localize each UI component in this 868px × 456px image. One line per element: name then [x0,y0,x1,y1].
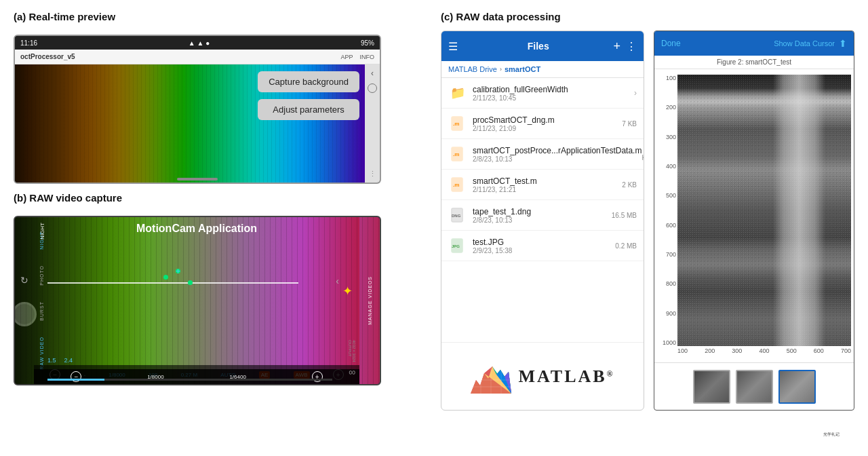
night-label: NIGHT [39,223,45,240]
file-info-tape-test: tape_test_1.dng 2/8/23, 10:13 [473,207,612,224]
thumb-1[interactable] [693,370,730,404]
x-label-400: 400 [759,347,769,360]
file-name-smartoct-test: smartOCT_test.m [473,176,622,186]
file-size-smartoct-test: 2 KB [622,181,637,189]
file-item-test-jpg[interactable]: JPG test.JPG 2/9/23, 15:38 0.2 MB [441,231,644,261]
file-date-smartoct-test: 2/11/23, 21:21 [473,186,622,193]
file-info-postproc: smartOCT_postProce...rApplicationTestDat… [473,146,642,163]
panel-d-plot: Done Show Data Cursor ⬆ Figure 2: smartO… [654,31,854,445]
more-options-icon[interactable]: ⋮ [626,40,637,53]
thumb-img-3 [780,371,814,402]
watermark-text: 光学礼记 [823,432,840,438]
matlab-file-icon: .m [450,116,465,131]
file-size-test-jpg: 0.2 MB [615,242,637,250]
code-icon-1: .m [448,114,467,133]
section-a-title: (a) Real-time preview [14,11,427,26]
breadcrumb-root[interactable]: MATLAB Drive [448,65,497,73]
matlab-file-icon-3: .m [450,177,465,192]
status-icons: ▲ ▲ ● [189,39,210,47]
file-item-procsmartoct[interactable]: .m procSmartOCT_dng.m 2/11/23, 21:09 7 K… [441,109,644,139]
plot-panel: Done Show Data Cursor ⬆ Figure 2: smartO… [654,31,854,411]
svg-text:.m: .m [453,121,459,127]
files-panel: ☰ Files + ⋮ MATLAB Drive › smartOCT [441,31,644,411]
export-icon[interactable]: ⬆ [839,38,847,49]
sidebar-circle[interactable] [368,83,377,93]
matlab-peaks-icon [471,360,511,394]
mc-arrow-icon[interactable]: ‹ [336,276,339,286]
file-info-test-jpg: test.JPG 2/9/23, 15:38 [473,238,615,254]
file-size-postproc: 4 KB [642,147,644,162]
file-size-procsmartoct: 7 KB [622,120,637,128]
adjust-parameters-button[interactable]: Adjust parameters [258,99,359,120]
phone-preview: 11:16 ▲ ▲ ● 95% octProcessor_v5 APP INFO [14,35,381,184]
oct-bright-stripe [773,75,825,346]
left-column: (a) Real-time preview 11:16 ▲ ▲ ● 95% oc… [14,11,427,445]
files-header: ☰ Files + ⋮ [441,31,644,61]
dng-file-icon: DNG [450,208,465,223]
mc-chart: + [47,238,353,350]
capture-background-button[interactable]: Capture background [258,71,359,92]
x-label-200: 200 [705,347,715,360]
x-label-500: 500 [787,347,797,360]
scroll-indicator: ∞ [349,366,355,377]
tab-app[interactable]: APP [340,54,353,60]
preview-area: ‹ ⋮ Capture background Adjust parameters [15,64,380,183]
done-button[interactable]: Done [661,39,681,48]
matlab-wordmark: MATLAB® [518,368,614,385]
file-date-calibration: 2/11/23, 10:45 [473,94,630,102]
file-info-calibration: calibration_fullGreenWidth 2/11/23, 10:4… [473,85,630,102]
file-item-calibration[interactable]: 📁 calibration_fullGreenWidth 2/11/23, 10… [441,78,644,109]
thumb-2[interactable] [736,370,773,404]
thumb-img-2 [737,371,772,402]
file-item-postproc[interactable]: .m smartOCT_postProce...rApplicationTest… [441,139,644,170]
file-name-test-jpg: test.JPG [473,238,615,247]
file-date-postproc: 2/8/23, 10:13 [473,155,642,163]
file-info-procsmartoct: procSmartOCT_dng.m 2/11/23, 21:09 [473,115,622,132]
panel-b: ↻ NIGHT PHOTO BURST RAW VIDEO MotionCam … [14,216,427,385]
dng-icon: DNG [448,206,467,225]
mc-num-1: 1.5 [47,357,56,364]
right-col-content: ☰ Files + ⋮ MATLAB Drive › smartOCT [441,31,854,445]
file-name-tape-test: tape_test_1.dng [473,207,612,216]
files-title: Files [463,41,613,52]
section-c-title: (c) RAW data processing [441,11,854,26]
y-label-100: 100 [657,75,676,81]
code-icon-2: .m [448,145,467,164]
matlab-file-icon-2: .m [450,147,465,162]
rotate-icon[interactable]: ↻ [20,275,28,286]
y-label-200: 200 [657,104,676,111]
brightness-icon[interactable]: ✦ [342,284,353,299]
mc-main-content: MotionCam Application NIGHT + [34,217,359,384]
hamburger-icon[interactable]: ☰ [448,40,458,53]
right-column: (c) RAW data processing ☰ Files + ⋮ MATL… [441,11,854,445]
file-size-tape-test: 16.5 MB [612,212,637,219]
show-data-cursor-button[interactable]: Show Data Cursor [774,39,835,48]
add-file-icon[interactable]: + [613,39,620,54]
panel-a: 11:16 ▲ ▲ ● 95% octProcessor_v5 APP INFO [14,35,427,184]
plot-content: 100 200 300 400 500 600 700 800 900 1000 [654,69,854,362]
sidebar-grip-icon: ⋮ [369,170,376,178]
matlab-logo: MATLAB® [471,360,614,394]
figure-title: Figure 2: smartOCT_test [654,56,854,69]
section-b-title: (b) RAW video capture [14,192,427,208]
svg-text:.m: .m [453,151,459,157]
y-label-600: 600 [657,222,676,229]
file-list: 📁 calibration_fullGreenWidth 2/11/23, 10… [441,78,644,342]
plot-thumbnails [654,362,854,410]
tab-info[interactable]: INFO [360,54,375,60]
x-axis: 100 200 300 400 500 600 700 [677,346,851,360]
file-item-smartoct-test[interactable]: .m smartOCT_test.m 2/11/23, 21:21 2 KB [441,170,644,200]
sidebar-arrow-icon: ‹ [371,69,374,78]
breadcrumb-current[interactable]: smartOCT [505,65,540,73]
x-label-700: 700 [841,347,851,360]
y-label-500: 500 [657,192,676,199]
y-label-1000: 1000 [657,339,676,346]
plot-header: Done Show Data Cursor ⬆ [654,31,854,56]
file-item-tape-test[interactable]: DNG tape_test_1.dng 2/8/23, 10:13 16.5 M… [441,200,644,231]
mc-horizontal-line [47,282,298,284]
battery-indicator: 95% [361,39,374,47]
matlab-brand-text: MATLAB® [518,366,614,387]
y-label-700: 700 [657,251,676,258]
mc-second-bar: − 1/8000 1/6400 + [34,369,359,384]
thumb-3[interactable] [778,370,816,404]
